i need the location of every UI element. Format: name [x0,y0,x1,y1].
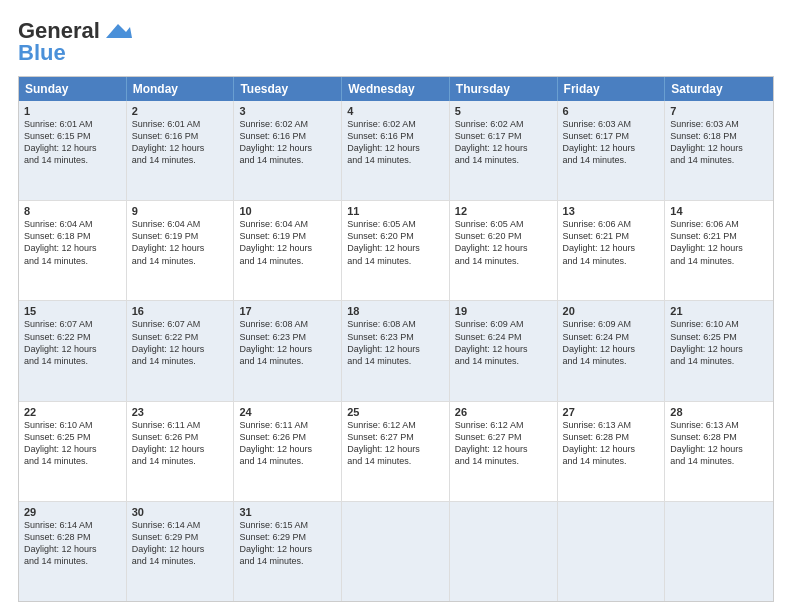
cal-cell-1-1: 9Sunrise: 6:04 AMSunset: 6:19 PMDaylight… [127,201,235,300]
cell-details: Sunrise: 6:06 AMSunset: 6:21 PMDaylight:… [563,218,660,267]
day-number: 26 [455,406,552,418]
logo-icon [104,20,134,42]
cal-row-4: 29Sunrise: 6:14 AMSunset: 6:28 PMDayligh… [19,502,773,601]
cell-details: Sunrise: 6:02 AMSunset: 6:16 PMDaylight:… [347,118,444,167]
cal-cell-3-2: 24Sunrise: 6:11 AMSunset: 6:26 PMDayligh… [234,402,342,501]
cell-details: Sunrise: 6:10 AMSunset: 6:25 PMDaylight:… [24,419,121,468]
day-number: 27 [563,406,660,418]
cal-cell-4-4 [450,502,558,601]
cal-header-thursday: Thursday [450,77,558,101]
cal-cell-3-1: 23Sunrise: 6:11 AMSunset: 6:26 PMDayligh… [127,402,235,501]
day-number: 16 [132,305,229,317]
cal-cell-3-3: 25Sunrise: 6:12 AMSunset: 6:27 PMDayligh… [342,402,450,501]
cal-cell-3-5: 27Sunrise: 6:13 AMSunset: 6:28 PMDayligh… [558,402,666,501]
day-number: 29 [24,506,121,518]
day-number: 1 [24,105,121,117]
cal-cell-0-2: 3Sunrise: 6:02 AMSunset: 6:16 PMDaylight… [234,101,342,200]
cal-header-sunday: Sunday [19,77,127,101]
svg-marker-0 [106,24,132,38]
day-number: 7 [670,105,768,117]
cell-details: Sunrise: 6:08 AMSunset: 6:23 PMDaylight:… [239,318,336,367]
header: General Blue [18,18,774,66]
cal-row-2: 15Sunrise: 6:07 AMSunset: 6:22 PMDayligh… [19,301,773,401]
day-number: 13 [563,205,660,217]
day-number: 21 [670,305,768,317]
cal-cell-2-5: 20Sunrise: 6:09 AMSunset: 6:24 PMDayligh… [558,301,666,400]
cell-details: Sunrise: 6:09 AMSunset: 6:24 PMDaylight:… [563,318,660,367]
cal-cell-1-5: 13Sunrise: 6:06 AMSunset: 6:21 PMDayligh… [558,201,666,300]
day-number: 19 [455,305,552,317]
cal-header-monday: Monday [127,77,235,101]
cell-details: Sunrise: 6:07 AMSunset: 6:22 PMDaylight:… [24,318,121,367]
day-number: 28 [670,406,768,418]
day-number: 6 [563,105,660,117]
calendar: SundayMondayTuesdayWednesdayThursdayFrid… [18,76,774,602]
cell-details: Sunrise: 6:03 AMSunset: 6:18 PMDaylight:… [670,118,768,167]
cell-details: Sunrise: 6:01 AMSunset: 6:16 PMDaylight:… [132,118,229,167]
day-number: 18 [347,305,444,317]
cal-header-wednesday: Wednesday [342,77,450,101]
cal-cell-3-4: 26Sunrise: 6:12 AMSunset: 6:27 PMDayligh… [450,402,558,501]
cal-cell-1-2: 10Sunrise: 6:04 AMSunset: 6:19 PMDayligh… [234,201,342,300]
cal-row-1: 8Sunrise: 6:04 AMSunset: 6:18 PMDaylight… [19,201,773,301]
cal-cell-0-1: 2Sunrise: 6:01 AMSunset: 6:16 PMDaylight… [127,101,235,200]
cal-cell-0-3: 4Sunrise: 6:02 AMSunset: 6:16 PMDaylight… [342,101,450,200]
logo-text-blue: Blue [18,40,66,66]
day-number: 15 [24,305,121,317]
cal-cell-0-5: 6Sunrise: 6:03 AMSunset: 6:17 PMDaylight… [558,101,666,200]
cell-details: Sunrise: 6:09 AMSunset: 6:24 PMDaylight:… [455,318,552,367]
day-number: 8 [24,205,121,217]
cell-details: Sunrise: 6:13 AMSunset: 6:28 PMDaylight:… [670,419,768,468]
cell-details: Sunrise: 6:14 AMSunset: 6:28 PMDaylight:… [24,519,121,568]
day-number: 31 [239,506,336,518]
cal-cell-1-6: 14Sunrise: 6:06 AMSunset: 6:21 PMDayligh… [665,201,773,300]
cal-cell-2-3: 18Sunrise: 6:08 AMSunset: 6:23 PMDayligh… [342,301,450,400]
cal-cell-1-0: 8Sunrise: 6:04 AMSunset: 6:18 PMDaylight… [19,201,127,300]
cal-row-0: 1Sunrise: 6:01 AMSunset: 6:15 PMDaylight… [19,101,773,201]
cell-details: Sunrise: 6:05 AMSunset: 6:20 PMDaylight:… [347,218,444,267]
cell-details: Sunrise: 6:06 AMSunset: 6:21 PMDaylight:… [670,218,768,267]
cal-cell-1-4: 12Sunrise: 6:05 AMSunset: 6:20 PMDayligh… [450,201,558,300]
cal-header-tuesday: Tuesday [234,77,342,101]
cal-cell-2-0: 15Sunrise: 6:07 AMSunset: 6:22 PMDayligh… [19,301,127,400]
cell-details: Sunrise: 6:03 AMSunset: 6:17 PMDaylight:… [563,118,660,167]
day-number: 9 [132,205,229,217]
day-number: 10 [239,205,336,217]
cal-cell-0-4: 5Sunrise: 6:02 AMSunset: 6:17 PMDaylight… [450,101,558,200]
cal-cell-2-2: 17Sunrise: 6:08 AMSunset: 6:23 PMDayligh… [234,301,342,400]
day-number: 14 [670,205,768,217]
calendar-body: 1Sunrise: 6:01 AMSunset: 6:15 PMDaylight… [19,101,773,601]
cal-cell-2-1: 16Sunrise: 6:07 AMSunset: 6:22 PMDayligh… [127,301,235,400]
cell-details: Sunrise: 6:15 AMSunset: 6:29 PMDaylight:… [239,519,336,568]
day-number: 22 [24,406,121,418]
cell-details: Sunrise: 6:11 AMSunset: 6:26 PMDaylight:… [239,419,336,468]
cell-details: Sunrise: 6:13 AMSunset: 6:28 PMDaylight:… [563,419,660,468]
cal-cell-1-3: 11Sunrise: 6:05 AMSunset: 6:20 PMDayligh… [342,201,450,300]
cell-details: Sunrise: 6:04 AMSunset: 6:18 PMDaylight:… [24,218,121,267]
day-number: 30 [132,506,229,518]
cell-details: Sunrise: 6:12 AMSunset: 6:27 PMDaylight:… [455,419,552,468]
cell-details: Sunrise: 6:14 AMSunset: 6:29 PMDaylight:… [132,519,229,568]
cell-details: Sunrise: 6:02 AMSunset: 6:17 PMDaylight:… [455,118,552,167]
cal-cell-3-0: 22Sunrise: 6:10 AMSunset: 6:25 PMDayligh… [19,402,127,501]
page: General Blue SundayMondayTuesdayWednesda… [0,0,792,612]
cal-cell-2-4: 19Sunrise: 6:09 AMSunset: 6:24 PMDayligh… [450,301,558,400]
cal-row-3: 22Sunrise: 6:10 AMSunset: 6:25 PMDayligh… [19,402,773,502]
cal-cell-0-0: 1Sunrise: 6:01 AMSunset: 6:15 PMDaylight… [19,101,127,200]
cell-details: Sunrise: 6:04 AMSunset: 6:19 PMDaylight:… [239,218,336,267]
day-number: 24 [239,406,336,418]
day-number: 2 [132,105,229,117]
cell-details: Sunrise: 6:08 AMSunset: 6:23 PMDaylight:… [347,318,444,367]
logo: General Blue [18,18,134,66]
day-number: 17 [239,305,336,317]
cal-cell-0-6: 7Sunrise: 6:03 AMSunset: 6:18 PMDaylight… [665,101,773,200]
cal-cell-4-2: 31Sunrise: 6:15 AMSunset: 6:29 PMDayligh… [234,502,342,601]
cal-cell-4-1: 30Sunrise: 6:14 AMSunset: 6:29 PMDayligh… [127,502,235,601]
cell-details: Sunrise: 6:05 AMSunset: 6:20 PMDaylight:… [455,218,552,267]
cal-cell-2-6: 21Sunrise: 6:10 AMSunset: 6:25 PMDayligh… [665,301,773,400]
day-number: 23 [132,406,229,418]
day-number: 4 [347,105,444,117]
cal-cell-4-3 [342,502,450,601]
day-number: 25 [347,406,444,418]
cell-details: Sunrise: 6:07 AMSunset: 6:22 PMDaylight:… [132,318,229,367]
